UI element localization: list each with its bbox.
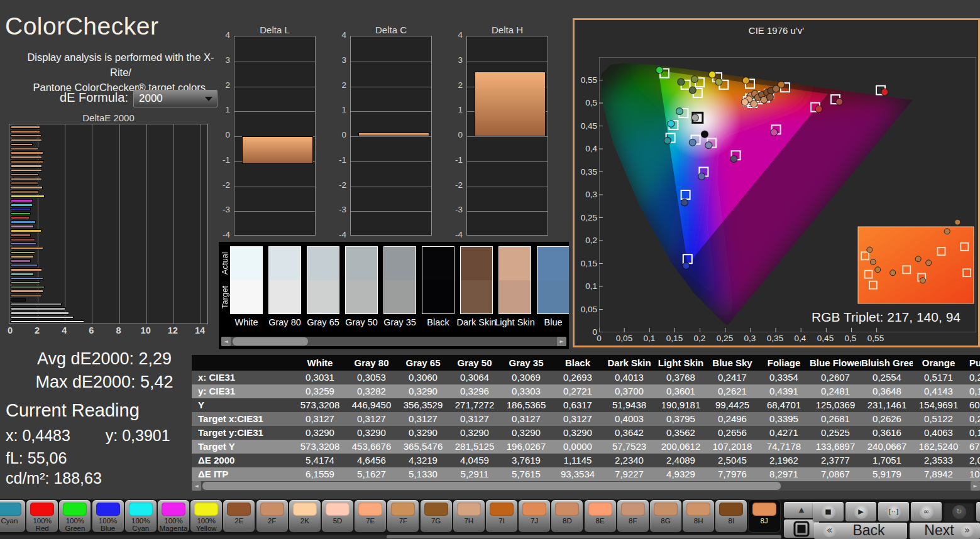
patch-7e[interactable]: 7E <box>355 500 386 532</box>
row-header: ΔE 2000 <box>192 454 294 467</box>
patch-scroll-thumb[interactable] <box>387 535 781 538</box>
gridline <box>467 136 548 137</box>
patch-100cyan[interactable]: 100% Cyan <box>125 500 157 532</box>
measured-point <box>771 129 778 136</box>
deltae-bar <box>11 156 42 159</box>
cie-x-tick-label: 0,35 <box>761 334 789 343</box>
step-icon: [··] <box>887 505 901 519</box>
scroll-right-arrow[interactable]: ► <box>557 337 566 346</box>
fl-readout: fL: 55,06 <box>6 449 67 467</box>
table-horizontal-scrollbar[interactable]: ◄► <box>192 481 980 491</box>
y-tick-label: 4 <box>446 30 463 40</box>
table-cell: 0,3127 <box>346 412 397 426</box>
patch-color-chip <box>490 503 514 516</box>
swatch-gray-50 <box>345 246 378 314</box>
patch-100magenta[interactable]: 100% Magenta <box>158 500 189 532</box>
deltae-bar <box>11 247 43 250</box>
cie-x-tick-label: 0,4 <box>786 334 814 343</box>
patch-7g[interactable]: 7G <box>421 500 452 532</box>
infinite-button[interactable]: ∞ <box>911 502 942 521</box>
measured-point <box>730 156 737 163</box>
table-cell: 2,0 <box>964 454 980 467</box>
patch-100blue[interactable]: 100% Blue <box>92 500 124 532</box>
y-tick-label: -1 <box>330 155 346 165</box>
patch-7f[interactable]: 7F <box>387 500 419 532</box>
swatch-label: Black <box>417 317 459 327</box>
y-tick-label: 1 <box>446 105 463 114</box>
table-row: Y573,3208446,9450356,3529271,7272186,536… <box>192 398 980 412</box>
table-cell: 190,9181 <box>655 398 707 412</box>
patch-label: 8J <box>749 517 780 525</box>
swatch-scrollbar[interactable]: ◄► <box>221 337 566 346</box>
patch-2f[interactable]: 2F <box>256 500 288 532</box>
patch-8i[interactable]: 8I <box>715 500 747 532</box>
deltae-bar <box>11 264 38 267</box>
measured-point <box>691 114 698 121</box>
step-button[interactable]: [··] <box>878 502 909 521</box>
table-scroll-right-arrow[interactable]: ► <box>971 481 980 491</box>
table-cell: 154,9691 <box>913 398 964 412</box>
measured-point <box>689 139 696 146</box>
table-cell: 240,0667 <box>861 440 913 454</box>
patch-cyan[interactable]: Cyan <box>0 500 25 532</box>
patch-5d[interactable]: 5D <box>322 500 353 532</box>
patch-label: 100% Red <box>26 517 58 532</box>
table-cell: 0,4143 <box>913 384 964 398</box>
de-formula-dropdown[interactable]: 2000 <box>133 90 217 107</box>
current-reading-heading: Current Reading <box>6 400 140 421</box>
table-cell: 1,7051 <box>861 454 913 467</box>
patch-100yellow[interactable]: 100% Yellow <box>190 500 222 532</box>
patch-2k[interactable]: 2K <box>289 500 321 532</box>
cie-y-tick-label: 0,25 <box>577 213 597 222</box>
table-cell: 0,3768 <box>655 371 707 384</box>
row-header: y: CIE31 <box>192 384 294 398</box>
scroll-thumb[interactable] <box>233 337 308 346</box>
table-cell: 99,4425 <box>707 398 758 412</box>
patch-color-chip <box>654 503 678 516</box>
patch-scrollbar[interactable] <box>0 535 781 539</box>
patch-100green[interactable]: 100% Green <box>59 500 91 532</box>
max-de2000-stat: Max dE2000: 5,42 <box>13 373 196 392</box>
deltae-bar <box>11 134 41 138</box>
patch-7h[interactable]: 7H <box>453 500 485 532</box>
swatch-label: Light Skin <box>494 317 536 327</box>
play-button[interactable]: ▶ <box>845 502 876 521</box>
patch-8f[interactable]: 8F <box>617 500 649 532</box>
deltae-bar <box>11 169 42 172</box>
repeat-button[interactable]: ↻ <box>944 502 974 521</box>
table-cell: 74,7178 <box>758 440 810 454</box>
patch-7j[interactable]: 7J <box>519 500 550 532</box>
table-cell: 0,3031 <box>294 371 346 384</box>
table-row: Target y:CIE310,32900,32900,32900,32900,… <box>192 426 980 440</box>
table-scroll-thumb[interactable] <box>202 482 781 490</box>
table-cell: 162,5240 <box>913 440 964 454</box>
delta-chart-title: Delta H <box>466 24 548 35</box>
table-cell: 0,5122 <box>913 412 964 426</box>
patch-7i[interactable]: 7I <box>486 500 517 532</box>
patch-8e[interactable]: 8E <box>585 500 616 532</box>
gridline <box>234 211 315 212</box>
table-cell: 2,1962 <box>758 454 810 467</box>
gridline <box>234 87 315 87</box>
table-cell: 3,7619 <box>500 454 552 467</box>
gridline <box>234 187 315 187</box>
blank-button[interactable] <box>976 502 980 521</box>
stop-button[interactable]: ■ <box>813 502 844 521</box>
y-tick-label: 4 <box>214 30 230 40</box>
scroll-left-arrow[interactable]: ◄ <box>221 337 231 346</box>
table-cell: 0,3290 <box>346 426 397 440</box>
patch-2e[interactable]: 2E <box>223 500 255 532</box>
patch-label: 7I <box>486 517 517 525</box>
gridline <box>351 136 431 137</box>
patch-8d[interactable]: 8D <box>551 500 583 532</box>
patch-8g[interactable]: 8G <box>650 500 681 532</box>
back-button[interactable]: «Back <box>814 523 907 539</box>
table-cell: 0,3127 <box>500 412 552 426</box>
next-button[interactable]: Next» <box>910 523 980 539</box>
patch-8h[interactable]: 8H <box>683 500 714 532</box>
patch-100red[interactable]: 100% Red <box>26 500 58 532</box>
cie-chart-title: CIE 1976 u'v' <box>575 25 978 36</box>
table-scroll-left-arrow[interactable]: ◄ <box>192 481 201 491</box>
y-tick-label: -3 <box>214 205 230 214</box>
patch-8j[interactable]: 8J <box>749 500 780 532</box>
